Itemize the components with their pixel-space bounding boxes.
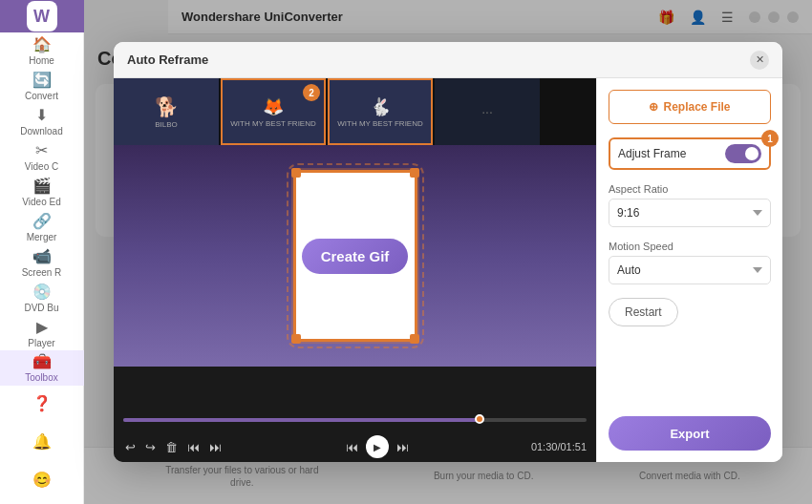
export-button[interactable]: Export [609,416,771,451]
handle-top-right[interactable] [410,168,419,178]
create-gif-button[interactable]: Create Gif [302,239,409,274]
dvd-icon: 💿 [32,283,52,301]
delete-button[interactable]: 🗑 [163,438,180,456]
sidebar: W 🏠 Home 🔄 Convert ⬇ Download ✂ Video C … [0,0,84,504]
download-icon: ⬇ [35,106,48,124]
sidebar-item-video-ed-label: Video Ed [22,197,60,207]
motion-speed-label: Motion Speed [609,241,771,252]
replace-file-label: Replace File [663,100,730,114]
timeline-bar[interactable] [123,418,587,422]
time-display: 01:30/01:51 [531,441,587,452]
sidebar-item-convert[interactable]: 🔄 Convert [0,68,84,103]
center-controls: ⏮ ▶ ⏭ [344,435,411,458]
logo-icon: W [27,1,57,32]
sidebar-bottom: ❓ 🔔 😊 [25,386,59,504]
time-total: 01:51 [560,441,587,452]
handle-bottom-left[interactable] [291,334,301,344]
sidebar-item-screen-record[interactable]: 📹 Screen R [0,244,84,280]
home-icon: 🏠 [32,35,52,53]
sidebar-item-home-label: Home [29,55,54,66]
sidebar-item-screen-r-label: Screen R [22,267,62,278]
restart-button[interactable]: Restart [609,298,678,326]
player-icon: ▶ [36,318,48,336]
sidebar-item-video-compress[interactable]: ✂ Video C [0,138,84,174]
sidebar-item-video-c-label: Video C [25,161,58,172]
video-preview: 🐕 BILBO 🦊 WITH MY BEST FRIEND 2 [114,78,596,414]
aspect-ratio-label: Aspect Ratio [609,183,771,195]
adjust-frame-toggle[interactable] [725,144,761,163]
reframe-phone-box[interactable]: Create Gif [293,170,417,342]
notifications-button[interactable]: 🔔 [25,424,59,458]
adjust-frame-label: Adjust Frame [618,147,686,160]
strip-thumb-2: 🦊 WITH MY BEST FRIEND 2 [221,78,326,145]
sidebar-item-dvd-label: DVD Bu [24,303,58,313]
left-controls: ↩ ↪ 🗑 ⏮ ⏭ [123,438,224,456]
modal-overlay: Auto Reframe ✕ 🐕 BILBO [84,0,812,504]
skip-start-button[interactable]: ⏮ [185,438,202,456]
modal-header: Auto Reframe ✕ [114,42,782,78]
sidebar-item-convert-label: Convert [25,91,58,101]
skip-forward-button[interactable]: ⏭ [395,438,411,456]
undo-button[interactable]: ↩ [123,438,138,456]
prev-frame-button[interactable]: ⏭ [207,438,224,456]
sidebar-item-merger[interactable]: 🔗 Merger [0,209,84,244]
sidebar-item-toolbox[interactable]: 🧰 Toolbox [0,350,84,386]
sidebar-item-dvd[interactable]: 💿 DVD Bu [0,280,84,315]
convert-icon: 🔄 [32,71,52,89]
video-background: Create Gif [114,145,596,367]
auto-reframe-modal: Auto Reframe ✕ 🐕 BILBO [114,42,782,462]
handle-top-left[interactable] [291,168,301,178]
replace-icon: ⊕ [649,100,658,114]
sidebar-item-video-edit[interactable]: 🎬 Video Ed [0,174,84,209]
sidebar-item-player[interactable]: ▶ Player [0,315,84,350]
replace-file-button[interactable]: ⊕ Replace File [609,90,771,124]
aspect-ratio-group: Aspect Ratio 9:16 16:9 1:1 4:3 [609,183,771,227]
modal-body: 🐕 BILBO 🦊 WITH MY BEST FRIEND 2 [114,78,782,462]
adjust-frame-row: Adjust Frame 1 [609,137,771,170]
strip-thumb-4: ··· [435,78,540,145]
modal-close-button[interactable]: ✕ [750,51,769,70]
reframe-area[interactable]: Create Gif [114,145,596,367]
badge-number-1: 1 [761,130,779,147]
timeline-progress [123,418,480,422]
strip-thumb-3: 🐇 WITH MY BEST FRIEND [328,78,433,145]
video-area: 🐕 BILBO 🦊 WITH MY BEST FRIEND 2 [114,78,596,462]
skip-back-button[interactable]: ⏮ [344,438,360,456]
merger-icon: 🔗 [32,212,52,230]
redo-button[interactable]: ↪ [143,438,158,456]
aspect-ratio-select[interactable]: 9:16 16:9 1:1 4:3 [609,199,771,227]
video-controls: ↩ ↪ 🗑 ⏮ ⏭ ⏮ ▶ ⏭ [114,414,596,462]
feedback-button[interactable]: 😊 [25,462,59,496]
modal-title: Auto Reframe [127,52,208,67]
compress-icon: ✂ [35,141,48,159]
toolbox-icon: 🧰 [32,352,52,370]
video-strip: 🐕 BILBO 🦊 WITH MY BEST FRIEND 2 [114,78,596,145]
sidebar-item-player-label: Player [28,338,54,348]
app-logo: W [0,0,84,32]
sidebar-item-toolbox-label: Toolbox [25,372,57,383]
help-button[interactable]: ❓ [25,386,59,420]
main-content: Wondershare UniConverter 🎁 👤 ☰ — □ ✕ Con… [84,0,812,504]
strip-badge-2: 2 [303,84,320,101]
sidebar-item-merger-label: Merger [27,232,57,242]
time-current: 01:30 [531,441,558,452]
right-controls: 01:30/01:51 [531,441,587,452]
timeline-thumb[interactable] [475,414,484,424]
sidebar-item-download[interactable]: ⬇ Download [0,103,84,138]
playback-controls-row: ↩ ↪ 🗑 ⏮ ⏭ ⏮ ▶ ⏭ [123,435,587,458]
video-edit-icon: 🎬 [32,177,52,195]
right-panel: ⊕ Replace File Adjust Frame 1 Aspect Rat… [596,78,782,462]
motion-speed-group: Motion Speed Auto Slow Normal Fast [609,241,771,284]
sidebar-item-home[interactable]: 🏠 Home [0,32,84,68]
handle-bottom-right[interactable] [410,334,419,344]
sidebar-item-download-label: Download [20,126,62,136]
screen-record-icon: 📹 [32,247,52,265]
play-pause-button[interactable]: ▶ [366,435,389,458]
motion-speed-select[interactable]: Auto Slow Normal Fast [609,256,771,284]
strip-thumb-1: 🐕 BILBO [114,78,219,145]
